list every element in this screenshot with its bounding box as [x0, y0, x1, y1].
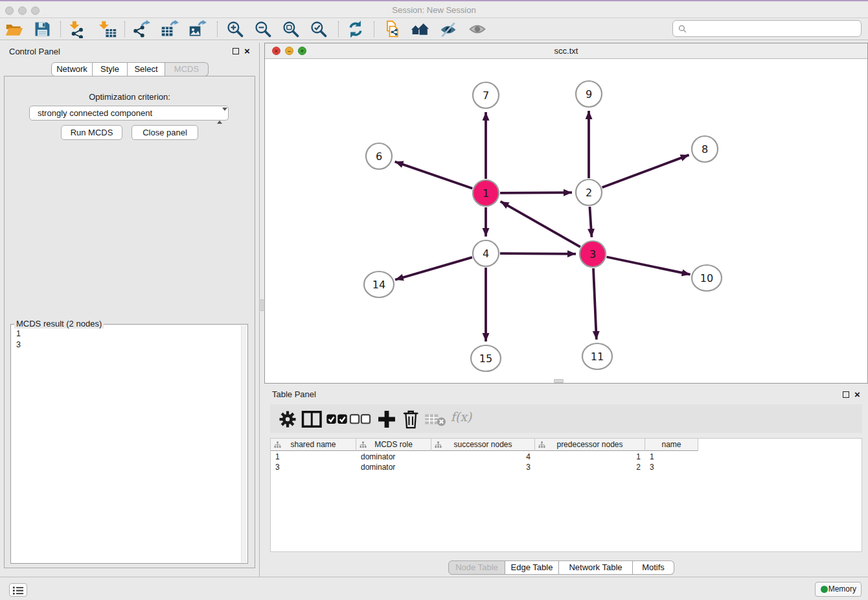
vertical-splitter-handle[interactable]: [260, 299, 264, 311]
refresh-view-icon[interactable]: [346, 20, 365, 38]
graph-node-4[interactable]: 4: [473, 240, 499, 266]
column-header-shared-name[interactable]: shared name: [271, 439, 356, 451]
graph-node-9[interactable]: 9: [576, 81, 602, 107]
zoom-in-icon[interactable]: [225, 20, 245, 38]
graph-node-8[interactable]: 8: [692, 136, 718, 162]
column-header-name[interactable]: name: [645, 439, 698, 451]
toolbar-separator: [338, 21, 339, 37]
home-layout-icon[interactable]: [410, 20, 429, 38]
network-window-titlebar: × – + scc.txt: [265, 43, 867, 59]
tab-edge-table[interactable]: Edge Table: [505, 560, 559, 575]
graph-node-7[interactable]: 7: [473, 82, 499, 108]
graph-edge-4-14[interactable]: [395, 257, 472, 280]
graph-node-15[interactable]: 15: [471, 345, 501, 371]
svg-text:6: 6: [376, 150, 382, 163]
result-scrollbar[interactable]: [241, 325, 247, 562]
table-cell: 3: [645, 462, 698, 472]
clone-network-icon[interactable]: [382, 20, 402, 38]
task-history-button[interactable]: [9, 583, 27, 597]
control-panel-title: Control Panel: [9, 47, 60, 56]
delete-row-icon[interactable]: [400, 410, 422, 429]
graph-node-11[interactable]: 11: [582, 343, 612, 369]
tab-motifs[interactable]: Motifs: [633, 560, 674, 575]
os-titlebar: Session: New Session: [0, 0, 868, 18]
table-row[interactable]: 1dominator411: [271, 452, 862, 462]
horizontal-splitter-handle[interactable]: [554, 379, 564, 383]
table-cell: 3: [271, 462, 356, 472]
graph-node-1[interactable]: 1: [473, 180, 499, 206]
select-all-checkboxes-icon[interactable]: [326, 410, 348, 429]
close-panel-button[interactable]: Close panel: [131, 125, 198, 140]
run-mcds-button[interactable]: Run MCDS: [61, 125, 122, 140]
graph-node-6[interactable]: 6: [366, 143, 392, 169]
zoom-fit-icon[interactable]: [281, 20, 301, 38]
graph-edge-3-11[interactable]: [593, 268, 597, 340]
memory-button[interactable]: Memory: [815, 582, 862, 597]
zoom-out-icon[interactable]: [253, 20, 273, 38]
add-row-icon[interactable]: [376, 410, 398, 429]
save-session-icon[interactable]: [32, 20, 52, 38]
toolbar-separator: [217, 21, 218, 37]
network-view-window: × – + scc.txt 7968124314101511: [264, 43, 868, 384]
mcds-result-text[interactable]: 1 3: [11, 326, 240, 563]
control-panel: Control Panel × NetworkStyleSelectMCDS O…: [0, 43, 259, 577]
graph-edge-2-8[interactable]: [602, 155, 689, 187]
column-header-mcds-role[interactable]: MCDS role: [356, 439, 431, 451]
tab-select[interactable]: Select: [128, 62, 165, 76]
export-image-icon[interactable]: [188, 20, 207, 38]
search-box[interactable]: [672, 20, 862, 37]
hide-selected-icon[interactable]: [439, 20, 458, 38]
select-chevrons-icon: [217, 109, 222, 118]
node-table: shared nameMCDS rolesuccessor nodesprede…: [270, 438, 862, 552]
column-header-successor-nodes[interactable]: successor nodes: [431, 439, 535, 451]
table-panel-close-icon[interactable]: ×: [854, 390, 860, 399]
vertical-splitter[interactable]: [259, 43, 264, 577]
control-panel-float-icon[interactable]: [233, 48, 239, 54]
deselect-all-checkboxes-icon[interactable]: [349, 410, 371, 429]
criterion-value: strongly connected component: [38, 108, 152, 118]
import-table-icon[interactable]: [98, 20, 117, 38]
import-network-icon[interactable]: [67, 20, 86, 38]
graph-node-2[interactable]: 2: [576, 179, 602, 205]
control-panel-close-icon[interactable]: ×: [244, 47, 250, 56]
graph-edge-2-3[interactable]: [589, 207, 591, 237]
settings-gear-icon[interactable]: [277, 410, 299, 429]
show-all-icon[interactable]: [468, 20, 487, 38]
show-column-icon[interactable]: [301, 410, 323, 429]
tab-network[interactable]: Network: [51, 62, 93, 76]
table-cell: 1: [645, 452, 698, 462]
table-panel: Table Panel × f(x) shared nameMCDS roles…: [264, 386, 868, 577]
search-input[interactable]: [690, 22, 855, 35]
graph-edge-3-10[interactable]: [607, 257, 691, 275]
search-icon: [678, 25, 687, 34]
svg-text:3: 3: [589, 248, 596, 260]
table-cell: 4: [431, 452, 535, 462]
tab-style[interactable]: Style: [93, 62, 128, 76]
svg-text:9: 9: [586, 88, 592, 100]
toolbar-separator: [124, 21, 125, 37]
graph-node-10[interactable]: 10: [692, 265, 722, 291]
column-header-predecessor-nodes[interactable]: predecessor nodes: [535, 439, 645, 451]
graph-edge-1-6[interactable]: [395, 162, 473, 189]
network-graph-canvas[interactable]: 7968124314101511: [265, 59, 867, 383]
svg-text:2: 2: [586, 187, 592, 199]
export-network-icon[interactable]: [131, 20, 151, 38]
export-table-icon[interactable]: [160, 20, 179, 38]
graph-edge-4-3[interactable]: [500, 253, 576, 254]
tab-mcds[interactable]: MCDS: [165, 62, 209, 76]
table-cell: 3: [431, 462, 535, 472]
zoom-selected-icon[interactable]: [309, 20, 328, 38]
graph-node-3[interactable]: 3: [580, 241, 606, 267]
graph-node-14[interactable]: 14: [364, 271, 394, 297]
table-cell: dominator: [356, 462, 431, 472]
table-row[interactable]: 3dominator323: [271, 462, 862, 472]
tab-network-table[interactable]: Network Table: [559, 560, 633, 575]
tab-node-table[interactable]: Node Table: [448, 560, 505, 575]
table-toolbar: f(x): [270, 404, 862, 433]
graph-edge-3-1[interactable]: [501, 202, 580, 247]
table-panel-float-icon[interactable]: [843, 391, 849, 398]
open-folder-icon[interactable]: [5, 20, 24, 38]
memory-status-icon: [821, 586, 828, 593]
criterion-select[interactable]: strongly connected component: [29, 106, 229, 121]
graph-edge-1-2[interactable]: [500, 192, 572, 193]
